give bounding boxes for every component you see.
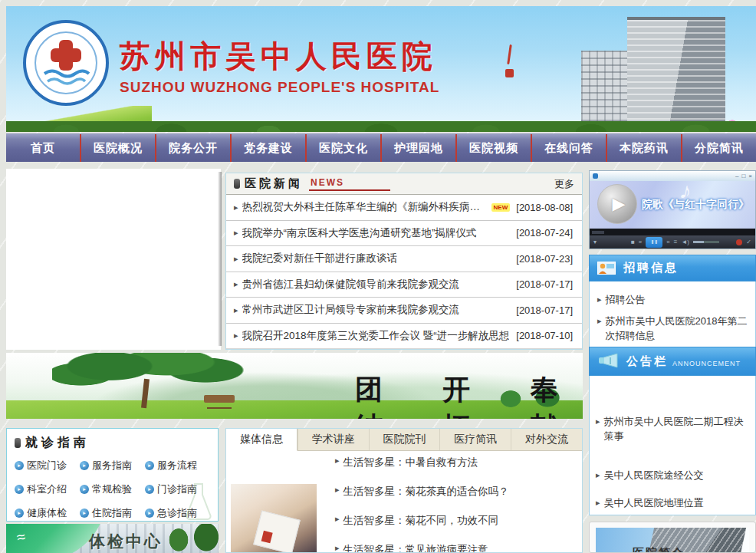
pause-button[interactable]: ‖ ‖ (646, 237, 662, 248)
nav-item-video[interactable]: 医院视频 (455, 134, 531, 162)
maximize-icon[interactable]: □ (741, 173, 745, 179)
arrow-icon: ▸ (596, 495, 600, 510)
media-article-link[interactable]: ▸ 生活智多星：中暑自救有方法 (335, 456, 574, 469)
main-navbar: 首页 医院概况 院务公开 党务建设 医院文化 护理园地 医院视频 在线问答 本院… (6, 133, 756, 162)
news-link[interactable]: 热烈祝贺大外科主任陈革华主编的《新编外科疾病诊断与治 (242, 200, 488, 214)
circle-arrow-icon: ▸ (15, 509, 24, 518)
media-tabs-panel: 媒体信息 学术讲座 医院院刊 医疗简讯 对外交流 ▸ 生活智多星：中暑自救有方法… (225, 428, 583, 553)
nav-item-nursing[interactable]: 护理园地 (380, 134, 455, 162)
announcement-link[interactable]: ▸ 吴中人民医院途经公交 (596, 468, 751, 482)
new-badge: NEW (491, 203, 511, 212)
nav-item-pharmacy-news[interactable]: 本院药讯 (606, 134, 681, 162)
circle-arrow-icon: ▸ (145, 509, 154, 518)
checkup-center-banner[interactable]: ≈ 体检中心 (6, 524, 219, 553)
nav-item-branch-news[interactable]: 分院简讯 (681, 134, 756, 162)
hospital-intro-card[interactable]: 医院简介 (589, 522, 756, 553)
news-date: [2018-07-23] (510, 253, 573, 265)
nav-item-culture[interactable]: 医院文化 (305, 134, 380, 162)
news-row: ▸ 我院纪委对新任干部进行廉政谈话 [2018-07-23] (226, 246, 582, 272)
media-article-link[interactable]: ▸ 生活智多星：菊花茶真的适合你吗？ (335, 485, 574, 499)
tab-hospital-journal[interactable]: 医院院刊 (369, 429, 440, 450)
arrow-icon: ▸ (234, 202, 238, 212)
nav-item-overview[interactable]: 医院概况 (80, 134, 155, 162)
minimize-icon[interactable]: – (735, 173, 738, 179)
recruitment-body: ▸ 招聘公告 ▸ 苏州市吴中人民医院2018年第二次招聘信息 (589, 281, 756, 350)
arrow-icon: ▸ (335, 514, 340, 528)
guide-link-routine-tests[interactable]: ▸常规检验 (80, 482, 145, 496)
video-player-window: – □ × ♪ ♪ ▶ 院歌《与红十字同行》 ▾ ■ « ‖ ‖ » ≡ ◄) … (589, 170, 756, 249)
window-controls: – □ × (735, 173, 752, 179)
bench-decoration (204, 395, 235, 403)
guide-link-departments[interactable]: ▸科室介绍 (15, 482, 80, 496)
close-icon[interactable]: × (748, 173, 752, 179)
previous-icon[interactable]: « (639, 239, 642, 246)
media-article-link[interactable]: ▸ 生活智多星：常见旅游病要注意 (335, 543, 574, 553)
news-link[interactable]: 我院召开2018年度第三次党委工作会议 暨“进一步解放思想 (242, 329, 510, 343)
news-link[interactable]: 我院举办“南京医科大学医患沟通研究基地”揭牌仪式 (242, 226, 477, 240)
nav-item-home[interactable]: 首页 (6, 134, 80, 162)
next-icon[interactable]: » (666, 239, 669, 246)
hospital-news-panel: 医院新闻 NEWS 更多 ▸ 热烈祝贺大外科主任陈革华主编的《新编外科疾病诊断与… (225, 173, 583, 350)
stop-icon[interactable]: ■ (631, 239, 635, 246)
announcement-title: 公告栏 (626, 354, 668, 369)
volume-slider[interactable] (693, 241, 719, 243)
news-row: ▸ 我院举办“南京医科大学医患沟通研究基地”揭牌仪式 [2018-07-24] (226, 221, 582, 247)
guide-title: 就诊指南 (25, 435, 90, 451)
tab-external-exchange[interactable]: 对外交流 (511, 429, 582, 450)
news-row: ▸ 常州市武进区卫计局领导专家前来我院参观交流 [2018-07-17] (226, 298, 582, 324)
arrow-icon: ▸ (234, 279, 238, 289)
recruitment-link[interactable]: ▸ 苏州市吴中人民医院2018年第二次招聘信息 (597, 314, 748, 343)
tab-content-links: ▸ 生活智多星：中暑自救有方法 ▸ 生活智多星：菊花茶真的适合你吗？ ▸ 生活智… (335, 456, 574, 553)
play-icon: ▶ (613, 194, 626, 214)
guide-link-health-checkup[interactable]: ▸健康体检 (15, 506, 80, 520)
player-titlebar[interactable]: – □ × (590, 171, 755, 181)
hospital-name-en: SUZHOU WUZHONG PEOPLE'S HOSPITAL (120, 79, 439, 96)
recruitment-title: 招聘信息 (623, 261, 679, 275)
hospital-slogan: 团结 开拓 奉献 (355, 371, 583, 419)
nav-item-qa[interactable]: 在线问答 (531, 134, 606, 162)
tab-row: 媒体信息 学术讲座 医院院刊 医疗简讯 对外交流 (226, 429, 582, 451)
news-link[interactable]: 常州市武进区卫计局领导专家前来我院参观交流 (242, 303, 460, 317)
volume-icon[interactable]: ◄) (681, 239, 689, 246)
arrow-icon: ▸ (596, 468, 600, 482)
announcement-link[interactable]: ▸ 吴中人民医院地理位置 (596, 495, 751, 510)
magazine-decoration (253, 510, 301, 553)
guide-link-inpatient-guide[interactable]: ▸住院指南 (80, 506, 145, 520)
news-date: [2018-07-10] (510, 330, 573, 341)
news-link[interactable]: 我院纪委对新任干部进行廉政谈话 (242, 252, 398, 265)
news-link[interactable]: 贵州省德江县妇幼保健院领导前来我院参观交流 (242, 278, 460, 291)
circle-arrow-icon: ▸ (80, 485, 89, 494)
site-header: 苏州市吴中人民医院 SUZHOU WUZHONG PEOPLE'S HOSPIT… (6, 6, 756, 132)
photo-slideshow[interactable] (6, 169, 221, 350)
check-icon[interactable]: ✓ (746, 239, 751, 246)
guide-link-outpatient[interactable]: ▸医院门诊 (15, 459, 80, 472)
news-date: [2018-08-08] (510, 202, 573, 213)
news-list: ▸ 热烈祝贺大外科主任陈革华主编的《新编外科疾病诊断与治 NEW [2018-0… (226, 195, 582, 349)
recruitment-link[interactable]: ▸ 招聘公告 (597, 292, 748, 307)
tab-academic-lectures[interactable]: 学术讲座 (297, 429, 369, 450)
tab-media-info[interactable]: 媒体信息 (226, 429, 297, 451)
news-subtitle: NEWS (309, 177, 390, 191)
hospital-title: 苏州市吴中人民医院 SUZHOU WUZHONG PEOPLE'S HOSPIT… (120, 35, 439, 96)
announcement-link[interactable]: ▸ 苏州市吴中人民医院二期工程决策事 (596, 414, 751, 443)
record-icon[interactable] (736, 239, 742, 245)
media-thumbnail-image (231, 484, 317, 553)
nav-item-party-building[interactable]: 党务建设 (230, 134, 305, 162)
video-title: 院歌《与红十字同行》 (642, 198, 749, 212)
dropdown-icon[interactable]: ▾ (593, 239, 597, 246)
nav-item-public-affairs[interactable]: 院务公开 (155, 134, 230, 162)
news-more-link[interactable]: 更多 (554, 177, 574, 191)
guide-link-service-flow[interactable]: ▸服务流程 (145, 459, 210, 472)
flask-watermark-icon (181, 481, 216, 521)
trees-decoration (6, 117, 756, 132)
arrow-icon: ▸ (234, 331, 238, 341)
slogan-word: 开拓 (442, 371, 495, 419)
guide-link-service-guide[interactable]: ▸服务指南 (80, 459, 145, 472)
tab-medical-briefs[interactable]: 医疗简讯 (439, 429, 511, 450)
media-article-link[interactable]: ▸ 生活智多星：菊花不同，功效不同 (335, 514, 574, 528)
play-button[interactable]: ▶ (597, 184, 637, 224)
playlist-icon[interactable]: ≡ (674, 239, 678, 246)
slogan-word: 团结 (355, 371, 407, 419)
news-date: [2018-07-24] (510, 227, 573, 239)
hospital-name-cn: 苏州市吴中人民医院 (120, 35, 439, 77)
